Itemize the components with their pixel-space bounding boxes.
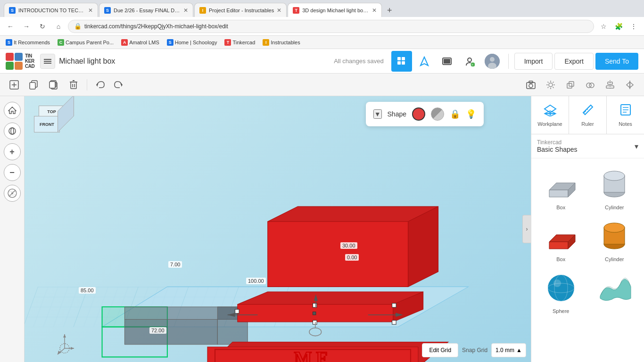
import-button[interactable]: Import [514, 53, 553, 70]
tab-close-2[interactable]: ✕ [183, 7, 188, 14]
shape-color-solid[interactable] [412, 107, 425, 121]
duplicate-icon [49, 80, 59, 90]
bookmark-favicon-3: A [121, 39, 128, 46]
svg-rect-0 [44, 59, 51, 60]
zoom-out-button[interactable]: − [4, 164, 21, 181]
lock-icon[interactable]: 🔒 [450, 109, 460, 119]
light-button[interactable] [542, 76, 559, 93]
bookmark-button[interactable]: ☆ [597, 20, 610, 33]
home-button[interactable]: ⌂ [52, 20, 65, 33]
library-dropdown-button[interactable]: ▾ [635, 142, 638, 151]
shape-ops2-button[interactable] [582, 76, 599, 93]
shape-item-sphere[interactable]: Sphere [537, 268, 585, 314]
bookmark-favicon-5: T [224, 39, 231, 46]
undo-button[interactable] [92, 76, 109, 93]
user-avatar-button[interactable] [482, 51, 503, 72]
zoom-in-button[interactable]: + [4, 143, 21, 160]
tab-title-4: 3D design Michael light box | Tin... [302, 8, 369, 13]
cube-front-face[interactable]: FRONT [34, 116, 60, 132]
address-bar[interactable]: 🔒 tinkercad.com/things/2HkeppQjyXh-micha… [68, 20, 594, 33]
svg-rect-43 [567, 83, 572, 88]
tab-1[interactable]: S INTRODUCTION TO TECHNOLOG... ✕ [4, 3, 98, 17]
home-view-button[interactable] [4, 102, 21, 119]
grid-view-button[interactable] [391, 51, 412, 72]
copy-button[interactable] [25, 76, 42, 93]
bookmark-it-recommends[interactable]: S It Recommends [4, 38, 52, 47]
menu-button[interactable]: ⋮ [627, 20, 640, 33]
workplane-label: Workplane [537, 121, 562, 127]
svg-point-81 [309, 328, 322, 336]
bookmark-campus[interactable]: C Campus Parent Po... [56, 38, 116, 47]
shape-name-orange-cylinder: Cylinder [605, 256, 624, 262]
shape-item-special[interactable] [591, 268, 639, 314]
bookmark-label-3: Amatrol LMS [129, 40, 159, 45]
tab-4[interactable]: T 3D design Michael light box | Tin... ✕ [288, 3, 382, 17]
shape-ops-button[interactable] [562, 76, 579, 93]
view-cube[interactable]: TOP FRONT [34, 106, 76, 148]
svg-marker-29 [96, 83, 98, 87]
delete-button[interactable] [65, 76, 82, 93]
svg-marker-65 [124, 320, 217, 345]
bookmark-schoology[interactable]: S Home | Schoology [165, 38, 219, 47]
ruler-button[interactable]: Ruler [569, 96, 607, 134]
tab-close-4[interactable]: ✕ [372, 7, 377, 14]
shape-name-gray-cylinder: Cylinder [605, 205, 624, 210]
notes-button[interactable]: Notes [607, 96, 644, 134]
edit-grid-button[interactable]: Edit Grid [422, 343, 458, 357]
extensions-button[interactable]: 🧩 [612, 20, 625, 33]
align-button[interactable] [602, 76, 619, 93]
collapse-right-panel-button[interactable]: › [522, 215, 531, 243]
compass-button[interactable] [4, 185, 21, 202]
new-shape-button[interactable] [6, 76, 23, 93]
export-button[interactable]: Export [554, 53, 593, 70]
tinker-button[interactable] [414, 51, 435, 72]
shape-item-red-box[interactable]: Box [537, 216, 585, 262]
snap-value-selector[interactable]: 1.0 mm ▲ [491, 343, 526, 357]
svg-rect-5 [397, 61, 401, 65]
account-button[interactable]: + [459, 51, 480, 72]
svg-marker-97 [63, 334, 66, 337]
home-icon [8, 106, 17, 115]
svg-line-42 [553, 82, 554, 82]
refresh-button[interactable]: ↻ [36, 20, 49, 33]
svg-rect-78 [392, 303, 396, 307]
project-title: Michael light box [59, 57, 334, 66]
mirror-button[interactable] [621, 76, 638, 93]
back-button[interactable]: ← [4, 20, 17, 33]
bookmark-instructables[interactable]: I Instructables [261, 38, 302, 47]
shape-item-gray-box[interactable]: Box [537, 164, 585, 210]
tab-2[interactable]: S Due 2/26 - Essay FINAL DRAFT ... ✕ [99, 3, 193, 17]
tab-close-1[interactable]: ✕ [88, 7, 93, 14]
svg-marker-120 [549, 242, 568, 249]
shape-thumb-red-box [540, 216, 582, 254]
tab-3[interactable]: I Project Editor - Instructables ✕ [194, 3, 287, 17]
orbit-button[interactable] [4, 123, 21, 140]
shape-item-gray-cylinder[interactable]: Cylinder [591, 164, 639, 210]
cube-container: TOP FRONT [34, 106, 76, 143]
send-to-button[interactable]: Send To [595, 53, 638, 70]
shape-color-hole[interactable] [431, 107, 444, 121]
svg-rect-77 [313, 321, 317, 325]
viewport[interactable]: MF [25, 96, 531, 362]
workplane-button[interactable]: Workplane [531, 96, 569, 134]
bookmark-tinkercad[interactable]: T Tinkercad [223, 38, 257, 47]
toolbar-divider-1 [508, 54, 509, 69]
left-tools-panel: + − [0, 96, 25, 362]
bookmark-label-4: Home | Schoology [175, 40, 217, 45]
forward-button[interactable]: → [20, 20, 33, 33]
shape-panel-collapse[interactable]: ▼ [373, 109, 382, 119]
lightbulb-icon[interactable]: 💡 [466, 109, 476, 119]
bookmark-amatrol[interactable]: A Amatrol LMS [119, 38, 161, 47]
tinkercad-logo[interactable]: TIN KER CAD [6, 53, 34, 70]
tab-close-3[interactable]: ✕ [277, 7, 281, 14]
duplicate-button[interactable] [45, 76, 62, 93]
svg-marker-53 [8, 107, 16, 114]
hamburger-menu-button[interactable] [40, 54, 55, 69]
svg-rect-20 [30, 82, 35, 89]
shape-ops-icon [565, 80, 576, 90]
new-tab-button[interactable]: + [383, 4, 396, 17]
gallery-button[interactable] [437, 51, 457, 72]
redo-button[interactable] [110, 76, 127, 93]
shape-item-orange-cylinder[interactable]: Cylinder [591, 216, 639, 262]
camera-button[interactable] [522, 76, 539, 93]
